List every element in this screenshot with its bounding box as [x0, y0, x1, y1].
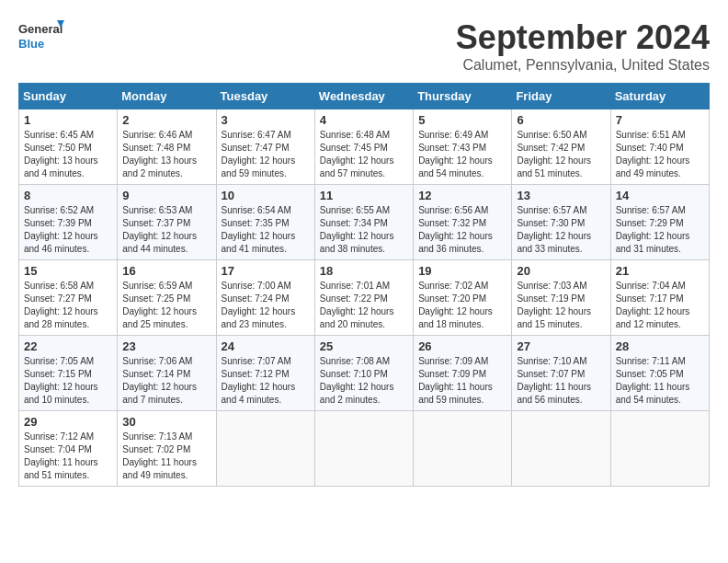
col-header-saturday: Saturday	[610, 84, 709, 109]
cell-info: Sunrise: 6:52 AM Sunset: 7:39 PM Dayligh…	[24, 204, 112, 256]
day-number: 21	[616, 264, 704, 278]
day-number: 20	[517, 264, 605, 278]
calendar-cell	[512, 411, 610, 487]
cell-info: Sunrise: 6:46 AM Sunset: 7:48 PM Dayligh…	[122, 129, 210, 180]
month-title: September 2024	[456, 18, 710, 57]
col-header-monday: Monday	[118, 84, 216, 109]
calendar-cell: 12 Sunrise: 6:56 AM Sunset: 7:32 PM Dayl…	[414, 185, 512, 260]
day-number: 5	[418, 113, 506, 127]
cell-info: Sunrise: 7:01 AM Sunset: 7:22 PM Dayligh…	[320, 280, 408, 331]
cell-info: Sunrise: 7:13 AM Sunset: 7:02 PM Dayligh…	[122, 431, 210, 482]
calendar-cell: 28 Sunrise: 7:11 AM Sunset: 7:05 PM Dayl…	[610, 336, 709, 411]
cell-info: Sunrise: 7:02 AM Sunset: 7:20 PM Dayligh…	[418, 280, 506, 331]
calendar-cell: 13 Sunrise: 6:57 AM Sunset: 7:30 PM Dayl…	[512, 185, 610, 260]
cell-info: Sunrise: 6:50 AM Sunset: 7:42 PM Dayligh…	[517, 129, 605, 180]
calendar-cell	[414, 411, 512, 487]
calendar-cell: 24 Sunrise: 7:07 AM Sunset: 7:12 PM Dayl…	[216, 336, 314, 411]
calendar-cell: 16 Sunrise: 6:59 AM Sunset: 7:25 PM Dayl…	[118, 260, 216, 336]
logo: General Blue	[18, 18, 64, 55]
calendar-cell: 17 Sunrise: 7:00 AM Sunset: 7:24 PM Dayl…	[216, 260, 314, 336]
day-number: 18	[320, 264, 408, 278]
calendar-cell	[216, 411, 314, 487]
cell-info: Sunrise: 7:07 AM Sunset: 7:12 PM Dayligh…	[222, 355, 310, 407]
col-header-thursday: Thursday	[414, 84, 512, 109]
day-number: 15	[24, 264, 112, 278]
day-number: 10	[222, 189, 310, 202]
calendar-cell: 5 Sunrise: 6:49 AM Sunset: 7:43 PM Dayli…	[414, 109, 512, 185]
calendar-table: SundayMondayTuesdayWednesdayThursdayFrid…	[18, 83, 710, 487]
calendar-cell: 27 Sunrise: 7:10 AM Sunset: 7:07 PM Dayl…	[512, 336, 610, 411]
cell-info: Sunrise: 7:11 AM Sunset: 7:05 PM Dayligh…	[616, 355, 704, 407]
day-number: 23	[122, 339, 210, 353]
day-number: 13	[517, 189, 605, 202]
day-number: 4	[320, 113, 408, 127]
calendar-cell: 2 Sunrise: 6:46 AM Sunset: 7:48 PM Dayli…	[118, 109, 216, 185]
calendar-cell: 25 Sunrise: 7:08 AM Sunset: 7:10 PM Dayl…	[314, 336, 413, 411]
calendar-cell: 23 Sunrise: 7:06 AM Sunset: 7:14 PM Dayl…	[118, 336, 216, 411]
day-number: 26	[418, 339, 506, 353]
cell-info: Sunrise: 6:57 AM Sunset: 7:29 PM Dayligh…	[616, 204, 704, 256]
location-title: Calumet, Pennsylvania, United States	[456, 57, 710, 74]
day-number: 28	[616, 339, 704, 353]
day-number: 29	[24, 415, 112, 429]
day-number: 1	[24, 113, 112, 127]
cell-info: Sunrise: 6:56 AM Sunset: 7:32 PM Dayligh…	[418, 204, 506, 256]
day-number: 3	[222, 113, 310, 127]
day-number: 24	[222, 339, 310, 353]
col-header-wednesday: Wednesday	[314, 84, 413, 109]
day-number: 27	[517, 339, 605, 353]
cell-info: Sunrise: 6:58 AM Sunset: 7:27 PM Dayligh…	[24, 280, 112, 331]
day-number: 7	[616, 113, 704, 127]
calendar-cell: 6 Sunrise: 6:50 AM Sunset: 7:42 PM Dayli…	[512, 109, 610, 185]
cell-info: Sunrise: 7:06 AM Sunset: 7:14 PM Dayligh…	[122, 355, 210, 407]
day-number: 12	[418, 189, 506, 202]
calendar-cell: 8 Sunrise: 6:52 AM Sunset: 7:39 PM Dayli…	[19, 185, 118, 260]
calendar-cell: 26 Sunrise: 7:09 AM Sunset: 7:09 PM Dayl…	[414, 336, 512, 411]
calendar-cell: 7 Sunrise: 6:51 AM Sunset: 7:40 PM Dayli…	[610, 109, 709, 185]
day-number: 22	[24, 339, 112, 353]
cell-info: Sunrise: 7:05 AM Sunset: 7:15 PM Dayligh…	[24, 355, 112, 407]
calendar-cell: 19 Sunrise: 7:02 AM Sunset: 7:20 PM Dayl…	[414, 260, 512, 336]
col-header-friday: Friday	[512, 84, 610, 109]
calendar-cell: 9 Sunrise: 6:53 AM Sunset: 7:37 PM Dayli…	[118, 185, 216, 260]
day-number: 9	[122, 189, 210, 202]
col-header-sunday: Sunday	[19, 84, 118, 109]
day-number: 14	[616, 189, 704, 202]
day-number: 16	[122, 264, 210, 278]
cell-info: Sunrise: 6:47 AM Sunset: 7:47 PM Dayligh…	[222, 129, 310, 180]
calendar-cell: 10 Sunrise: 6:54 AM Sunset: 7:35 PM Dayl…	[216, 185, 314, 260]
day-number: 11	[320, 189, 408, 202]
col-header-tuesday: Tuesday	[216, 84, 314, 109]
calendar-cell: 1 Sunrise: 6:45 AM Sunset: 7:50 PM Dayli…	[19, 109, 118, 185]
calendar-cell: 30 Sunrise: 7:13 AM Sunset: 7:02 PM Dayl…	[118, 411, 216, 487]
cell-info: Sunrise: 7:10 AM Sunset: 7:07 PM Dayligh…	[517, 355, 605, 407]
calendar-cell: 22 Sunrise: 7:05 AM Sunset: 7:15 PM Dayl…	[19, 336, 118, 411]
cell-info: Sunrise: 7:08 AM Sunset: 7:10 PM Dayligh…	[320, 355, 408, 407]
cell-info: Sunrise: 6:57 AM Sunset: 7:30 PM Dayligh…	[517, 204, 605, 256]
svg-text:General: General	[18, 22, 63, 36]
title-block: September 2024 Calumet, Pennsylvania, Un…	[456, 18, 710, 74]
cell-info: Sunrise: 6:59 AM Sunset: 7:25 PM Dayligh…	[122, 280, 210, 331]
cell-info: Sunrise: 6:51 AM Sunset: 7:40 PM Dayligh…	[616, 129, 704, 180]
cell-info: Sunrise: 7:03 AM Sunset: 7:19 PM Dayligh…	[517, 280, 605, 331]
calendar-cell	[610, 411, 709, 487]
day-number: 2	[122, 113, 210, 127]
cell-info: Sunrise: 6:55 AM Sunset: 7:34 PM Dayligh…	[320, 204, 408, 256]
calendar-cell: 29 Sunrise: 7:12 AM Sunset: 7:04 PM Dayl…	[19, 411, 118, 487]
calendar-cell: 3 Sunrise: 6:47 AM Sunset: 7:47 PM Dayli…	[216, 109, 314, 185]
calendar-cell: 15 Sunrise: 6:58 AM Sunset: 7:27 PM Dayl…	[19, 260, 118, 336]
day-number: 19	[418, 264, 506, 278]
cell-info: Sunrise: 7:12 AM Sunset: 7:04 PM Dayligh…	[24, 431, 112, 482]
calendar-cell	[314, 411, 413, 487]
day-number: 17	[222, 264, 310, 278]
svg-text:Blue: Blue	[18, 37, 44, 51]
calendar-cell: 4 Sunrise: 6:48 AM Sunset: 7:45 PM Dayli…	[314, 109, 413, 185]
day-number: 30	[122, 415, 210, 429]
day-number: 6	[517, 113, 605, 127]
cell-info: Sunrise: 6:49 AM Sunset: 7:43 PM Dayligh…	[418, 129, 506, 180]
cell-info: Sunrise: 6:45 AM Sunset: 7:50 PM Dayligh…	[24, 129, 112, 180]
calendar-cell: 20 Sunrise: 7:03 AM Sunset: 7:19 PM Dayl…	[512, 260, 610, 336]
day-number: 25	[320, 339, 408, 353]
calendar-cell: 21 Sunrise: 7:04 AM Sunset: 7:17 PM Dayl…	[610, 260, 709, 336]
cell-info: Sunrise: 6:48 AM Sunset: 7:45 PM Dayligh…	[320, 129, 408, 180]
